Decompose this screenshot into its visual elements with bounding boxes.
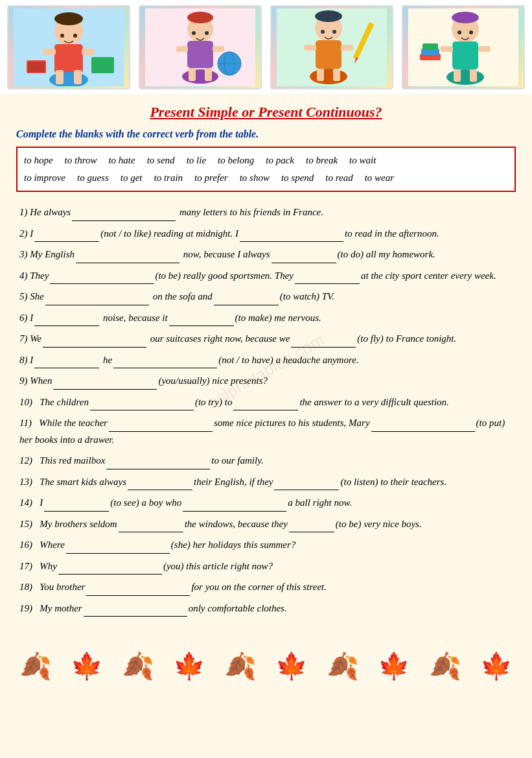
- leaf-1: 🍂: [19, 651, 52, 681]
- exercise-12: 12) This red mailbox to our family.: [19, 452, 516, 469]
- blank-10a[interactable]: [90, 394, 194, 411]
- exercise-4: 4) They (to be) really good sportsmen. T…: [19, 267, 516, 285]
- blank-8a[interactable]: [34, 351, 99, 369]
- blank-17a[interactable]: [58, 558, 162, 575]
- blank-7b[interactable]: [291, 330, 356, 348]
- blank-5b[interactable]: [214, 288, 279, 305]
- svg-rect-45: [478, 46, 491, 52]
- verb-item: to train: [154, 169, 183, 187]
- exercise-8: 8) I he (not / to have) a headache anymo…: [19, 351, 516, 369]
- blank-12a[interactable]: [106, 452, 210, 469]
- leaf-5: 🍂: [224, 651, 257, 681]
- exercise-19: 19) My mother only comfortable clothes.: [19, 600, 516, 617]
- exercise-1: 1) He always many letters to his friends…: [19, 204, 516, 221]
- blank-9a[interactable]: [53, 372, 157, 390]
- ex-text: (she) her holidays this summer?: [171, 539, 295, 550]
- leaf-7: 🍂: [327, 651, 359, 681]
- ex-text: (to see) a boy who: [110, 497, 181, 508]
- ex-num: 2) I: [19, 228, 33, 239]
- blank-14b[interactable]: [183, 494, 286, 512]
- verb-item: to belong: [218, 152, 254, 169]
- ex-num: 18) You brother: [19, 582, 85, 592]
- blank-1a[interactable]: [72, 204, 176, 221]
- exercise-18: 18) You brother for you on the corner of…: [19, 578, 516, 596]
- svg-rect-35: [333, 69, 340, 81]
- header-image-3: [270, 5, 393, 89]
- blank-2a[interactable]: [34, 225, 99, 243]
- svg-point-36: [315, 10, 342, 22]
- ex-num: 9) When: [19, 375, 52, 386]
- blank-3b[interactable]: [272, 246, 336, 263]
- blank-14a[interactable]: [44, 494, 109, 512]
- ex-text: (to try) to: [195, 397, 233, 407]
- blank-7a[interactable]: [43, 330, 146, 348]
- header-image-2: [139, 5, 262, 89]
- ex-text: for you on the corner of this street.: [191, 582, 327, 592]
- ex-num: 13) The smart kids always: [19, 477, 126, 487]
- svg-rect-2: [54, 44, 83, 73]
- blank-4a[interactable]: [50, 267, 154, 285]
- verb-item: to pack: [266, 152, 294, 169]
- exercise-13: 13) The smart kids always their English,…: [19, 473, 516, 491]
- ex-num: 4) They: [19, 270, 49, 281]
- verb-item: to wear: [365, 169, 394, 187]
- svg-rect-17: [176, 46, 188, 52]
- svg-point-33: [310, 69, 347, 84]
- ex-text: (you/usually) nice presents?: [158, 375, 268, 386]
- svg-rect-7: [74, 70, 82, 84]
- ex-num: 15) My brothers seldom: [19, 519, 117, 529]
- ex-text: a ball right now.: [288, 497, 352, 508]
- blank-11a[interactable]: [109, 414, 213, 432]
- verb-item: to show: [240, 169, 270, 187]
- ex-text: at the city sport center every week.: [361, 270, 496, 281]
- blank-15a[interactable]: [119, 515, 183, 533]
- svg-point-22: [187, 12, 213, 23]
- leaf-4: 🍁: [173, 651, 205, 681]
- blank-3a[interactable]: [76, 246, 179, 263]
- svg-rect-4: [82, 49, 95, 55]
- blank-6a[interactable]: [34, 309, 99, 327]
- ex-text: (to be) very nice boys.: [336, 519, 422, 529]
- verb-item: to get: [121, 169, 143, 187]
- exercise-2: 2) I (not / to like) reading at midnight…: [19, 225, 516, 243]
- svg-rect-43: [452, 41, 478, 69]
- ex-num: 14) I: [19, 497, 43, 508]
- blank-4b[interactable]: [295, 267, 360, 285]
- ex-text: on the sofa and: [150, 291, 213, 302]
- svg-point-49: [452, 12, 479, 23]
- footer-strip: 🍂 🍁 🍂 🍁 🍂 🍁 🍂 🍁 🍂 🍁: [0, 640, 532, 692]
- svg-point-19: [182, 69, 218, 84]
- instructions: Complete the blanks with the correct ver…: [16, 128, 516, 140]
- leaf-9: 🍂: [429, 651, 461, 681]
- verb-row-2: to improve to guess to get to train to p…: [24, 169, 508, 187]
- ex-text: (to listen) to their teachers.: [340, 477, 446, 487]
- verb-item: to throw: [65, 152, 97, 169]
- blank-5a[interactable]: [45, 288, 149, 305]
- svg-rect-48: [470, 69, 477, 82]
- blank-13a[interactable]: [128, 473, 192, 491]
- verb-row-1: to hope to throw to hate to send to lie …: [24, 152, 508, 169]
- ex-text: (you) this article right now?: [163, 561, 273, 571]
- blank-8b[interactable]: [113, 351, 217, 369]
- svg-point-50: [457, 30, 461, 34]
- exercises: 1) He always many letters to his friends…: [16, 204, 516, 617]
- blank-11b[interactable]: [371, 414, 475, 432]
- blank-16a[interactable]: [66, 536, 170, 554]
- verb-item: to read: [325, 169, 353, 187]
- ex-num: 11) While the teacher: [19, 418, 108, 428]
- blank-19a[interactable]: [84, 600, 187, 617]
- blank-18a[interactable]: [86, 578, 190, 596]
- blank-15b[interactable]: [289, 515, 334, 533]
- exercise-16: 16) Where (she) her holidays this summer…: [19, 536, 516, 554]
- ex-num: 5) She: [19, 291, 44, 302]
- leaf-8: 🍁: [378, 651, 410, 681]
- svg-rect-54: [422, 43, 438, 50]
- svg-point-26: [192, 31, 196, 35]
- ex-num: 16) Where: [19, 539, 65, 550]
- blank-10b[interactable]: [233, 394, 298, 411]
- ex-text: to read in the afternoon.: [345, 228, 439, 239]
- blank-6b[interactable]: [169, 309, 234, 327]
- blank-2b[interactable]: [240, 225, 343, 243]
- ex-text: (to make) me nervous.: [235, 313, 321, 323]
- blank-13b[interactable]: [274, 473, 339, 491]
